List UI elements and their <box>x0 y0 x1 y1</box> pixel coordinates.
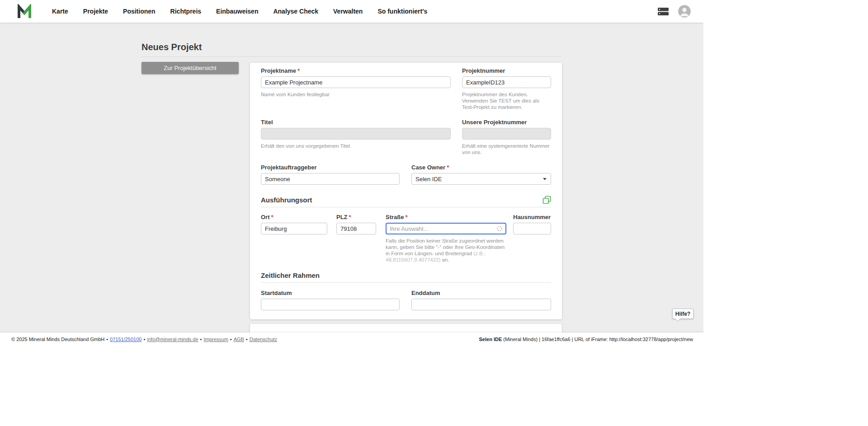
nav-item-verwalten[interactable]: Verwalten <box>333 8 363 15</box>
plz-input[interactable] <box>336 223 376 234</box>
footer-session-user: Selen IDE <box>479 337 502 342</box>
ort-input[interactable] <box>261 223 327 234</box>
projektname-help: Name vom Kunden festlegbar <box>261 91 451 98</box>
copy-icon[interactable] <box>542 196 551 204</box>
footer-session-info: Selen IDE (Mineral Minds) | 16fae1ffc6a6… <box>479 337 693 342</box>
label-text: Enddatum <box>411 290 440 296</box>
user-avatar[interactable] <box>678 5 691 18</box>
footer-left: © 2025 Mineral Minds Deutschland GmbH • … <box>11 337 277 342</box>
chevron-down-icon <box>543 178 547 180</box>
main-nav: Karte Projekte Positionen Richtpreis Ein… <box>52 8 427 15</box>
footer-separator: • <box>106 337 108 342</box>
case-owner-select[interactable]: Selen IDE <box>411 173 551 185</box>
strasse-help-main: Falls die Position keiner Straße zugeord… <box>386 238 505 256</box>
footer-copyright: © 2025 Mineral Minds Deutschland GmbH <box>11 337 104 342</box>
required-mark: * <box>297 67 300 74</box>
projektname-input[interactable] <box>261 76 451 88</box>
projektauftraggeber-label: Projektauftraggeber <box>261 164 400 170</box>
titel-input <box>261 128 451 140</box>
strasse-help: Falls die Position keiner Straße zugeord… <box>386 238 506 263</box>
label-text: Projektnummer <box>462 67 505 74</box>
startdatum-label: Startdatum <box>261 290 400 296</box>
footer-agb-link[interactable]: AGB <box>234 337 244 342</box>
field-case-owner: Case Owner* Selen IDE <box>411 164 551 185</box>
field-hausnummer: Hausnummer <box>513 214 551 234</box>
footer-separator: • <box>200 337 202 342</box>
help-bubble-tail <box>675 316 680 321</box>
strasse-input-wrap <box>386 223 506 234</box>
field-enddatum: Enddatum <box>411 290 551 310</box>
plz-label: PLZ* <box>336 214 376 220</box>
case-owner-value: Selen IDE <box>415 176 442 183</box>
label-text: PLZ <box>336 214 348 220</box>
title-divider <box>142 56 561 57</box>
brand-logo[interactable] <box>16 4 33 19</box>
top-navbar: Karte Projekte Positionen Richtpreis Ein… <box>0 0 703 23</box>
field-unsere-projektnummer: Unsere Projektnummer Erhält eine systemg… <box>462 119 551 155</box>
footer-session-rest: (Mineral Minds) | 16fae1ffc6a6 | URL of … <box>502 337 693 342</box>
nav-item-projekte[interactable]: Projekte <box>83 8 108 15</box>
footer-separator: • <box>246 337 248 342</box>
ort-label: Ort* <box>261 214 327 220</box>
field-ort: Ort* <box>261 214 327 234</box>
titel-label: Titel <box>261 119 451 125</box>
section-zeitlicher-rahmen: Zeitlicher Rahmen <box>261 272 551 279</box>
field-plz: PLZ* <box>336 214 376 234</box>
required-mark: * <box>405 214 407 220</box>
footer-datenschutz-link[interactable]: Datenschutz <box>250 337 277 342</box>
hausnummer-label: Hausnummer <box>513 214 551 220</box>
footer-impressum-link[interactable]: Impressum <box>203 337 228 342</box>
field-projektname: Projektname* Name vom Kunden festlegbar <box>261 68 451 98</box>
titel-help: Erhält den von uns vorgegebenen Titel. <box>261 143 451 149</box>
person-icon <box>678 5 691 18</box>
footer-separator: • <box>143 337 145 342</box>
project-form-card: Projektname* Name vom Kunden festlegbar … <box>250 63 562 319</box>
case-owner-label: Case Owner* <box>411 164 551 170</box>
required-mark: * <box>447 164 449 171</box>
unsere-projektnummer-label: Unsere Projektnummer <box>462 119 551 125</box>
project-overview-button[interactable]: Zur Projektübersicht <box>142 62 239 74</box>
startdatum-input[interactable] <box>261 299 400 310</box>
projektauftraggeber-input[interactable] <box>261 173 400 185</box>
zeitlicher-rahmen-heading: Zeitlicher Rahmen <box>261 272 320 279</box>
required-mark: * <box>271 214 274 220</box>
field-titel: Titel Erhält den von uns vorgegebenen Ti… <box>261 119 451 149</box>
section-ausfuehrungsort: Ausführungsort <box>261 196 551 204</box>
label-text: Startdatum <box>261 290 292 296</box>
strasse-input[interactable] <box>386 223 506 234</box>
label-text: Ort <box>261 214 270 220</box>
nav-item-positionen[interactable]: Positionen <box>123 8 156 15</box>
nav-item-analyse-check[interactable]: Analyse Check <box>273 8 318 15</box>
ausfuehrungsort-heading: Ausführungsort <box>261 196 312 204</box>
nav-item-richtpreis[interactable]: Richtpreis <box>170 8 201 15</box>
enddatum-input[interactable] <box>411 299 551 310</box>
strasse-label: Straße* <box>386 214 506 220</box>
section-divider <box>261 207 551 207</box>
footer-phone-link[interactable]: 07151/250100 <box>110 337 142 342</box>
section-divider <box>261 282 551 283</box>
help-button[interactable]: Hilfe? <box>672 309 693 319</box>
nav-item-karte[interactable]: Karte <box>52 8 68 15</box>
nav-item-so-funktionierts[interactable]: So funktioniert's <box>377 8 427 15</box>
label-text: Projektname <box>261 67 296 74</box>
page-title: Neues Projekt <box>142 42 202 52</box>
field-projektnummer: Projektnummer Projektnummer des Kunden. … <box>462 68 551 110</box>
label-text: Projektauftraggeber <box>261 164 317 171</box>
label-text: Hausnummer <box>513 214 551 220</box>
projektnummer-input[interactable] <box>462 76 551 88</box>
projektnummer-help: Projektnummer des Kunden. Verwenden Sie … <box>462 91 551 110</box>
server-icon[interactable] <box>657 6 669 16</box>
projektname-label: Projektname* <box>261 68 451 74</box>
label-text: Straße <box>386 214 404 220</box>
label-text: Case Owner <box>411 164 445 171</box>
strasse-help-suffix: an. <box>440 257 449 262</box>
nav-item-einbauweisen[interactable]: Einbauweisen <box>216 8 258 15</box>
navbar-right <box>657 5 691 18</box>
loading-spinner-icon <box>496 225 503 232</box>
app-footer: © 2025 Mineral Minds Deutschland GmbH • … <box>0 332 703 346</box>
label-text: Titel <box>261 119 273 126</box>
field-strasse: Straße* Falls die Position keiner Straße… <box>386 214 506 263</box>
hausnummer-input[interactable] <box>513 223 551 234</box>
footer-separator: • <box>230 337 232 342</box>
footer-email-link[interactable]: info@mineral-minds.de <box>147 337 198 342</box>
